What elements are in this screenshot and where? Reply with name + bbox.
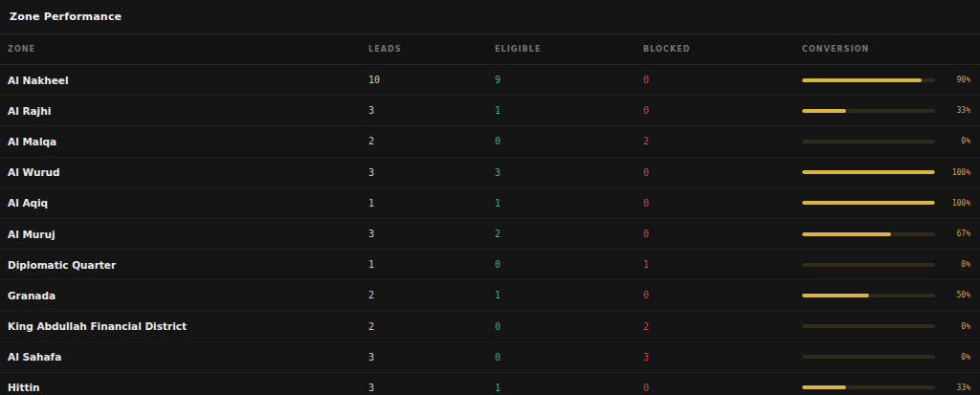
zone-cell: King Abdullah Financial District [8,320,368,332]
table-row: Granada 2 1 0 50% [0,280,980,311]
eligible-cell: 1 [495,198,643,208]
zone-cell: Al Rajhi [8,105,368,117]
card-header: Zone Performance [0,0,980,34]
zone-cell: Al Muruj [8,229,368,240]
conversion-cell: 0% [802,322,980,331]
conversion-cell: 0% [802,353,980,362]
leads-cell: 1 [368,198,495,208]
column-header-conversion: CONVERSION [802,45,980,54]
conversion-bar-track [802,109,935,113]
table-row: Al Sahafa 3 0 3 0% [0,342,980,373]
conversion-label: 0% [942,322,970,331]
conversion-cell: 100% [802,199,980,208]
conversion-bar-fill [802,78,922,82]
blocked-cell: 0 [643,383,802,393]
leads-cell: 2 [368,321,495,332]
conversion-label: 90% [942,76,970,84]
table-row: King Abdullah Financial District 2 0 2 0… [0,312,980,342]
conversion-bar-track [802,324,935,328]
conversion-bar-fill [802,294,869,297]
eligible-cell: 9 [495,75,643,85]
conversion-label: 33% [942,384,970,392]
conversion-bar-fill [802,385,846,389]
conversion-bar-track [802,355,935,359]
leads-cell: 3 [368,229,495,239]
zone-cell: Al Malqa [8,136,368,147]
leads-cell: 3 [368,167,495,178]
conversion-label: 0% [942,260,970,269]
blocked-cell: 0 [643,198,802,208]
zone-cell: Granada [8,290,368,301]
conversion-bar-track [802,385,935,389]
conversion-cell: 67% [802,230,980,238]
blocked-cell: 2 [643,136,802,146]
conversion-label: 100% [942,199,970,208]
column-header-eligible: ELIGIBLE [495,45,643,54]
eligible-cell: 0 [495,259,643,270]
table-row: Al Nakheel 10 9 0 90% [0,65,980,96]
leads-cell: 3 [368,352,495,362]
leads-cell: 2 [368,136,495,146]
eligible-cell: 0 [495,136,643,146]
conversion-label: 100% [942,168,970,177]
conversion-label: 33% [942,106,970,115]
table-row: Al Malqa 2 0 2 0% [0,126,980,157]
conversion-bar-track [802,294,935,297]
table-row: Al Muruj 3 2 0 67% [0,219,980,250]
blocked-cell: 0 [643,105,802,116]
conversion-bar-fill [802,232,891,236]
blocked-cell: 2 [643,321,802,332]
conversion-cell: 0% [802,137,980,145]
blocked-cell: 3 [643,352,802,362]
table-row: Al Aqiq 1 1 0 100% [0,188,980,219]
eligible-cell: 0 [495,321,643,332]
conversion-label: 67% [942,230,970,238]
conversion-cell: 33% [802,384,980,392]
conversion-label: 0% [942,137,970,145]
blocked-cell: 0 [643,75,802,85]
leads-cell: 3 [368,383,495,393]
zone-performance-card: Zone Performance ZONE LEADS ELIGIBLE BLO… [0,0,980,395]
conversion-bar-track [802,232,935,236]
eligible-cell: 1 [495,383,643,393]
conversion-cell: 0% [802,260,980,269]
table-row: Al Wurud 3 3 0 100% [0,158,980,188]
conversion-bar-track [802,140,935,143]
blocked-cell: 0 [643,290,802,300]
table-row: Al Rajhi 3 1 0 33% [0,96,980,126]
conversion-cell: 50% [802,291,980,299]
conversion-bar-track [802,78,935,82]
eligible-cell: 1 [495,290,643,300]
leads-cell: 3 [368,105,495,116]
zone-cell: Al Aqiq [8,197,368,208]
table-header-row: ZONE LEADS ELIGIBLE BLOCKED CONVERSION [0,34,980,65]
table-row: Diplomatic Quarter 1 0 1 0% [0,250,980,280]
eligible-cell: 2 [495,229,643,239]
conversion-cell: 90% [802,76,980,84]
card-title: Zone Performance [10,11,122,23]
column-header-leads: LEADS [368,45,495,54]
eligible-cell: 3 [495,167,643,178]
column-header-blocked: BLOCKED [643,45,802,54]
table-row: Hittin 3 1 0 33% [0,373,980,395]
table-body: Al Nakheel 10 9 0 90% Al Rajhi 3 1 0 33%… [0,65,980,395]
eligible-cell: 0 [495,352,643,362]
conversion-label: 0% [942,353,970,362]
zone-cell: Al Sahafa [8,351,368,362]
conversion-bar-fill [802,201,935,205]
conversion-bar-fill [802,170,935,174]
conversion-bar-fill [802,109,846,113]
zone-cell: Hittin [8,382,368,393]
conversion-label: 50% [942,291,970,299]
conversion-bar-track [802,263,935,267]
zone-cell: Al Nakheel [8,75,368,86]
conversion-bar-track [802,201,935,205]
conversion-cell: 100% [802,168,980,177]
blocked-cell: 0 [643,167,802,178]
column-header-zone: ZONE [8,45,368,54]
zone-cell: Diplomatic Quarter [8,259,368,271]
conversion-bar-track [802,170,935,174]
blocked-cell: 1 [643,259,802,270]
zone-cell: Al Wurud [8,166,368,178]
leads-cell: 2 [368,290,495,300]
